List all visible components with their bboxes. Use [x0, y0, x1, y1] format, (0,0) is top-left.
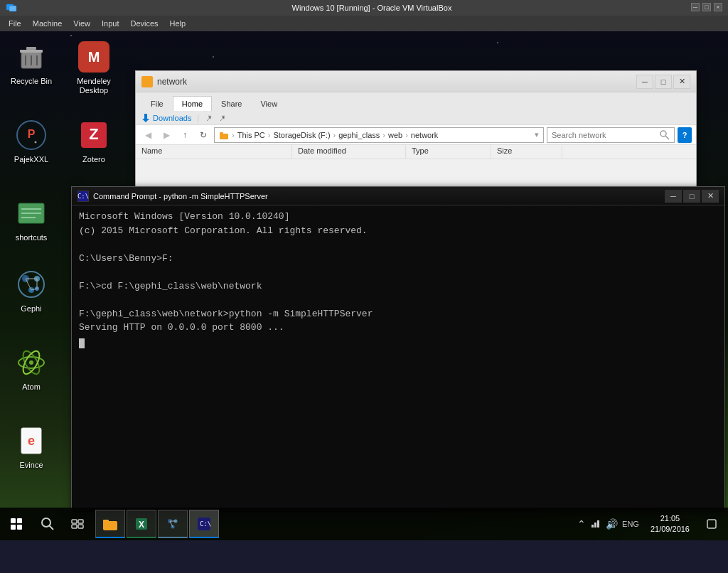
recycle-bin-label: Recycle Bin — [11, 77, 52, 86]
forward-btn[interactable]: ▶ — [159, 127, 174, 143]
cmd-line-5: F:\>cd F:\gephi_class\web\network — [79, 279, 717, 294]
vbox-window-controls: ─ □ × — [691, 3, 722, 11]
pajekxxl-image: P — [14, 118, 48, 152]
mendeley-icon[interactable]: M MendeleyDesktop — [65, 37, 122, 98]
svg-rect-33 — [141, 77, 146, 80]
tray-chevron[interactable]: ⌃ — [577, 518, 586, 530]
evince-icon[interactable]: e Evince — [3, 421, 60, 473]
taskbar-clock[interactable]: 21:05 21/09/2016 — [645, 513, 695, 535]
fe-close-btn[interactable]: ✕ — [673, 75, 690, 89]
col-size[interactable]: Size — [491, 145, 562, 159]
breadcrumb-web: web — [388, 131, 402, 139]
svg-point-37 — [660, 131, 666, 136]
svg-rect-58 — [597, 520, 599, 528]
svg-rect-59 — [707, 520, 716, 528]
ribbon-tab-view[interactable]: View — [251, 96, 287, 111]
vbox-minimize-btn[interactable]: ─ — [691, 3, 700, 11]
tray-volume[interactable]: 🔊 — [606, 518, 618, 530]
up-btn[interactable]: ↑ — [177, 127, 193, 143]
taskbar-search-btn[interactable] — [33, 509, 63, 539]
fe-minimize-btn[interactable]: ─ — [636, 75, 653, 89]
back-btn[interactable]: ◀ — [140, 127, 156, 143]
gephi-icon[interactable]: Gephi — [3, 264, 60, 316]
downloads-shortcut[interactable]: Downloads — [141, 114, 191, 122]
svg-text:e: e — [28, 434, 35, 448]
file-explorer-controls: ─ □ ✕ — [636, 75, 690, 89]
col-type[interactable]: Type — [406, 145, 491, 159]
vbox-menu-view[interactable]: View — [68, 18, 96, 29]
cmd-close-btn[interactable]: ✕ — [702, 190, 719, 203]
notification-btn[interactable] — [695, 508, 728, 540]
search-input[interactable] — [552, 131, 660, 139]
svg-rect-43 — [72, 525, 77, 528]
svg-text:X: X — [139, 520, 144, 530]
address-bar-row: ◀ ▶ ↑ ↻ › This PC › StorageDisk (F:) › g… — [136, 125, 696, 145]
svg-rect-1 — [9, 6, 16, 11]
atom-label: Atom — [22, 382, 41, 392]
cmd-cursor — [79, 338, 85, 348]
clock-time: 21:05 — [651, 513, 690, 524]
vbox-menu-file[interactable]: File — [3, 18, 27, 29]
ribbon-tab-share[interactable]: Share — [212, 96, 251, 111]
address-box[interactable]: › This PC › StorageDisk (F:) › gephi_cla… — [214, 127, 544, 143]
vbox-menu-devices[interactable]: Devices — [124, 18, 164, 29]
taskbar-excel-icon: X — [134, 517, 149, 531]
taskbar-file-explorer[interactable] — [95, 510, 125, 538]
shortcuts-icon[interactable]: shortcuts — [3, 193, 60, 245]
cmd-line-8: Serving HTTP on 0.0.0.0 port 8000 ... — [79, 321, 717, 335]
zotero-icon[interactable]: Z Zotero — [65, 115, 122, 167]
taskbar-taskview-btn[interactable] — [63, 509, 92, 539]
svg-rect-46 — [103, 520, 109, 523]
tray-language[interactable]: ENG — [622, 520, 639, 528]
svg-text:C:\: C:\ — [200, 520, 211, 528]
fe-maximize-btn[interactable]: □ — [655, 75, 672, 89]
taskview-icon — [70, 517, 85, 531]
cmd-maximize-btn[interactable]: □ — [683, 190, 700, 203]
vbox-maximize-btn[interactable]: □ — [702, 3, 711, 11]
mendeley-image: M — [77, 40, 111, 74]
evince-label: Evince — [19, 461, 43, 470]
start-button[interactable] — [0, 508, 33, 540]
svg-rect-56 — [592, 525, 594, 528]
cmd-line-3: C:\Users\Benny>F: — [79, 252, 717, 266]
cmd-line-6 — [79, 293, 717, 307]
breadcrumb-disk: StorageDisk (F:) — [273, 131, 330, 139]
search-box[interactable] — [547, 127, 675, 143]
zotero-image: Z — [77, 118, 111, 152]
cmd-title: Command Prompt - python -m SimpleHTTPSer… — [93, 192, 665, 200]
breadcrumb-gephiclass: gephi_class — [338, 131, 380, 139]
ribbon-tab-home[interactable]: Home — [173, 96, 212, 111]
breadcrumb-network: network — [411, 131, 439, 139]
cmd-body[interactable]: Microsoft Windows [Version 10.0.10240] (… — [72, 205, 724, 513]
quick-access-bar: Downloads | ⭷ ⭷ — [136, 111, 696, 125]
taskbar-excel[interactable]: X — [127, 510, 156, 538]
cmd-line-2 — [79, 237, 717, 252]
pajekxxl-label: PajekXXL — [14, 155, 48, 164]
cmd-line-7: F:\gephi_class\web\network>python -m Sim… — [79, 307, 717, 321]
vbox-menu-input[interactable]: Input — [96, 18, 124, 29]
vbox-menu-help[interactable]: Help — [164, 18, 192, 29]
taskbar-tray: ⌃ 🔊 ENG — [572, 518, 645, 531]
col-date-modified[interactable]: Date modified — [292, 145, 406, 159]
taskbar-gephi[interactable] — [158, 510, 188, 538]
windows10-desktop: Recycle Bin M MendeleyDesktop P PajekXXL — [0, 31, 728, 508]
svg-rect-4 — [26, 47, 36, 50]
help-btn[interactable]: ? — [678, 127, 692, 143]
cmd-minimize-btn[interactable]: ─ — [665, 190, 682, 203]
taskbar-cmd[interactable]: C:\ — [189, 510, 219, 538]
atom-icon[interactable]: Atom — [3, 343, 60, 395]
ribbon-tab-file[interactable]: File — [141, 96, 173, 111]
pajekxxl-icon[interactable]: P PajekXXL — [3, 115, 60, 167]
downloads-label: Downloads — [153, 114, 191, 122]
gephi-image — [14, 267, 48, 301]
recycle-bin-icon[interactable]: Recycle Bin — [3, 37, 60, 89]
vbox-menu-machine[interactable]: Machine — [27, 18, 68, 29]
svg-rect-44 — [78, 525, 83, 528]
gephi-label: Gephi — [21, 304, 41, 314]
cmd-titlebar: C:\ Command Prompt - python -m SimpleHTT… — [72, 187, 724, 205]
vbox-close-btn[interactable]: × — [714, 3, 722, 11]
svg-rect-57 — [594, 523, 596, 528]
tray-network[interactable] — [590, 518, 601, 531]
col-name[interactable]: Name — [136, 145, 292, 159]
refresh-btn[interactable]: ↻ — [196, 127, 211, 143]
